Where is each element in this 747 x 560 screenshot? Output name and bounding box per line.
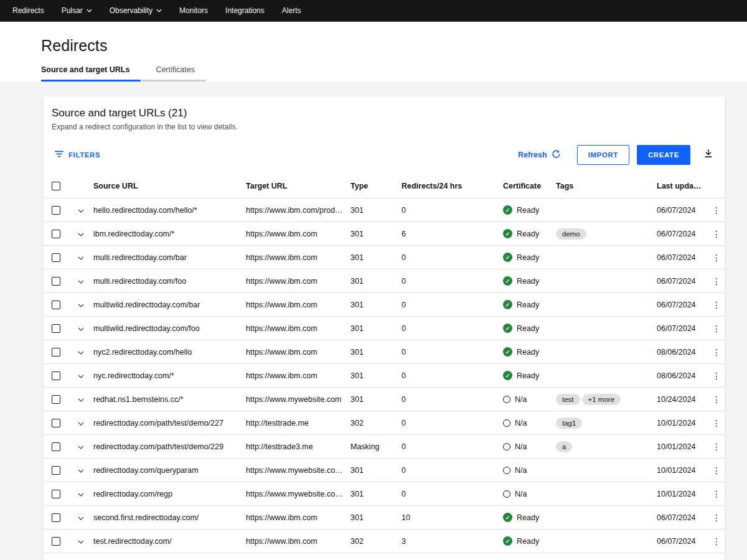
certificate-cell: ✓ Ready	[503, 371, 556, 380]
overflow-menu-button[interactable]: ⋮	[708, 490, 725, 498]
target-url-cell: https://www.ibm.com	[246, 537, 350, 546]
overflow-menu-button[interactable]: ⋮	[708, 419, 725, 427]
column-header-last-updated: Last updated	[657, 182, 708, 190]
target-url-cell: http://testtrade3.me	[246, 442, 350, 451]
row-checkbox[interactable]	[52, 253, 60, 262]
overflow-menu-button[interactable]: ⋮	[708, 442, 725, 451]
overflow-menu-button[interactable]: ⋮	[708, 253, 725, 262]
table-row: nyc.redirecttoday.com/* https://www.ibm.…	[44, 364, 725, 388]
certificate-cell: ✓ Ready	[503, 536, 556, 546]
row-checkbox[interactable]	[52, 371, 60, 380]
type-cell: 301	[350, 230, 402, 238]
row-expand-button[interactable]	[68, 301, 93, 309]
row-checkbox[interactable]	[52, 395, 60, 404]
certificate-status-label: Ready	[517, 206, 539, 215]
table-row: www2.redirecttoday.com/answer? https://w…	[44, 553, 725, 560]
row-expand-button[interactable]	[68, 490, 93, 498]
nav-item-alerts[interactable]: Alerts	[282, 6, 301, 15]
row-expand-button[interactable]	[68, 442, 93, 451]
row-expand-button[interactable]	[68, 371, 93, 380]
certificate-cell: N/a	[503, 395, 556, 404]
table-row: ibm.redirecttoday.com/* https://www.ibm.…	[44, 222, 725, 246]
row-expand-button[interactable]	[68, 324, 93, 333]
row-expand-button[interactable]	[68, 537, 93, 546]
row-checkbox[interactable]	[52, 442, 60, 451]
table-row: redirecttoday.com/queryparam https://www…	[44, 459, 725, 482]
last-updated-cell: 06/07/2024	[657, 277, 708, 286]
column-header-tags: Tags	[556, 182, 657, 190]
row-checkbox[interactable]	[52, 490, 60, 498]
certificate-status-label: Ready	[517, 537, 539, 546]
tab-bar: Source and target URLs Certificates	[41, 60, 206, 82]
row-expand-button[interactable]	[68, 253, 93, 262]
import-button[interactable]: IMPORT	[577, 145, 629, 165]
redirects-count-cell: 0	[402, 324, 503, 333]
row-checkbox[interactable]	[52, 348, 60, 357]
row-checkbox[interactable]	[52, 537, 60, 546]
row-checkbox[interactable]	[52, 206, 60, 215]
overflow-menu-button[interactable]: ⋮	[708, 348, 725, 357]
nav-item-monitors[interactable]: Monitors	[179, 6, 208, 15]
overflow-menu-button[interactable]: ⋮	[708, 513, 725, 522]
target-url-cell: https://www.ibm.com/produc...	[246, 206, 350, 215]
download-button[interactable]	[703, 149, 713, 161]
last-updated-cell: 08/06/2024	[657, 371, 708, 380]
column-header-target-url: Target URL	[246, 182, 350, 190]
tab-source-and-target-urls[interactable]: Source and target URLs	[41, 60, 141, 82]
row-checkbox[interactable]	[52, 301, 60, 309]
source-url-cell: nyc.redirecttoday.com/*	[93, 371, 246, 380]
tag-pill[interactable]: a	[556, 441, 572, 452]
row-expand-button[interactable]	[68, 206, 93, 215]
overflow-menu-button[interactable]: ⋮	[708, 537, 725, 546]
nav-item-label: Redirects	[12, 6, 44, 15]
nav-item-redirects[interactable]: Redirects	[12, 6, 44, 15]
row-checkbox[interactable]	[52, 230, 60, 238]
overflow-menu-button[interactable]: ⋮	[708, 395, 725, 404]
last-updated-cell: 10/01/2024	[657, 490, 708, 498]
row-checkbox[interactable]	[52, 513, 60, 522]
tag-pill[interactable]: test	[556, 394, 580, 405]
certificate-status-label: Ready	[517, 277, 539, 286]
nav-item-pulsar[interactable]: Pulsar	[62, 6, 92, 15]
nav-item-observability[interactable]: Observability	[110, 6, 162, 15]
target-url-cell: https://www.ibm.com	[246, 348, 350, 357]
type-cell: 301	[350, 253, 402, 262]
overflow-menu-button[interactable]: ⋮	[708, 206, 725, 215]
overflow-menu-button[interactable]: ⋮	[708, 466, 725, 475]
tag-pill[interactable]: +1 more	[582, 394, 621, 405]
refresh-button[interactable]: Refresh	[518, 149, 561, 161]
nav-item-integrations[interactable]: Integrations	[225, 6, 265, 15]
nav-item-label: Integrations	[225, 6, 265, 15]
overflow-menu-button[interactable]: ⋮	[708, 371, 725, 380]
overflow-menu-button[interactable]: ⋮	[708, 277, 725, 286]
row-checkbox[interactable]	[52, 324, 60, 333]
row-expand-button[interactable]	[68, 466, 93, 475]
tab-certificates[interactable]: Certificates	[142, 60, 206, 82]
row-expand-button[interactable]	[68, 419, 93, 427]
certificate-status-icon	[503, 490, 510, 498]
select-all-checkbox[interactable]	[52, 182, 60, 190]
row-expand-button[interactable]	[68, 348, 93, 357]
refresh-label: Refresh	[518, 151, 547, 159]
row-checkbox[interactable]	[52, 466, 60, 475]
table-header-row: Source URL Target URL Type Redirects/24 …	[44, 174, 725, 198]
tags-cell: a	[556, 441, 657, 452]
target-url-cell: https://www.ibm.com	[246, 324, 350, 333]
column-header-certificate: Certificate	[503, 182, 556, 190]
overflow-menu-button[interactable]: ⋮	[708, 230, 725, 238]
overflow-menu-button[interactable]: ⋮	[708, 301, 725, 309]
last-updated-cell: 10/01/2024	[657, 466, 708, 475]
row-expand-button[interactable]	[68, 230, 93, 238]
row-checkbox[interactable]	[52, 277, 60, 286]
redirects-count-cell: 0	[402, 348, 503, 357]
tag-pill[interactable]: demo	[556, 228, 586, 240]
create-button[interactable]: CREATE	[637, 145, 690, 165]
row-checkbox[interactable]	[52, 419, 60, 427]
overflow-menu-button[interactable]: ⋮	[708, 324, 725, 333]
tag-pill[interactable]: tag1	[556, 418, 582, 429]
row-expand-button[interactable]	[68, 513, 93, 522]
row-expand-button[interactable]	[68, 277, 93, 286]
row-expand-button[interactable]	[68, 395, 93, 404]
filters-button[interactable]: FILTERS	[55, 151, 100, 159]
download-icon	[703, 149, 713, 161]
